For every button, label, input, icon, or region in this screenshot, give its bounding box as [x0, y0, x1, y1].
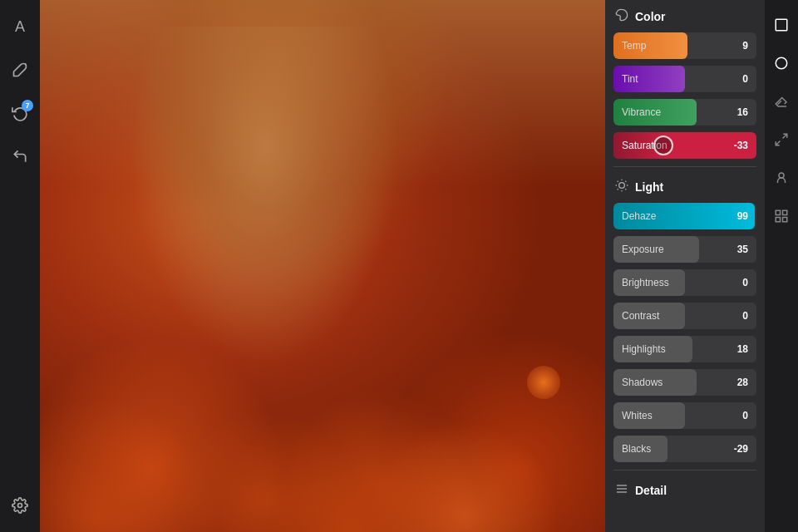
- brightness-value: 0: [742, 277, 748, 288]
- shadows-slider-row[interactable]: Shadows 28: [605, 367, 765, 398]
- divider-1: [613, 166, 756, 167]
- undo-tool[interactable]: [7, 143, 33, 170]
- saturation-slider-row[interactable]: Saturation -33: [605, 130, 765, 161]
- svg-point-14: [776, 57, 787, 69]
- face-retouch-icon[interactable]: [770, 166, 793, 190]
- brush-tool[interactable]: [7, 57, 33, 83]
- right-toolbar: [765, 0, 798, 532]
- svg-rect-20: [783, 210, 787, 214]
- left-toolbar: A 7: [0, 0, 40, 532]
- svg-point-1: [619, 183, 625, 189]
- brightness-label: Brightness: [622, 277, 669, 288]
- highlights-value: 18: [737, 343, 748, 355]
- text-tool[interactable]: A: [7, 13, 33, 40]
- svg-line-9: [625, 181, 626, 182]
- svg-rect-19: [776, 210, 780, 214]
- history-tool[interactable]: 7: [7, 100, 33, 126]
- svg-rect-13: [776, 19, 787, 31]
- highlights-label: Highlights: [622, 343, 666, 355]
- dehaze-value: 99: [737, 210, 748, 222]
- svg-line-4: [618, 181, 618, 182]
- temp-slider-row[interactable]: Temp 9: [605, 30, 765, 62]
- whites-value: 0: [742, 410, 748, 421]
- svg-line-5: [625, 189, 626, 190]
- tint-slider-row[interactable]: Tint 0: [605, 63, 765, 95]
- adjustment-panel: Color Temp 9 Tint 0 Vibrance 16 Saturati…: [605, 0, 765, 532]
- detail-section-header[interactable]: Detail: [605, 474, 765, 504]
- divider-2: [613, 470, 756, 470]
- dehaze-slider-row[interactable]: Dehaze 99: [605, 200, 765, 232]
- contrast-label: Contrast: [622, 310, 659, 322]
- vibrance-slider-row[interactable]: Vibrance 16: [605, 96, 765, 128]
- light-section-header: Light: [605, 170, 765, 200]
- contrast-value: 0: [742, 310, 748, 322]
- exposure-label: Exposure: [622, 244, 664, 255]
- light-label: Light: [635, 180, 663, 194]
- temp-value: 9: [742, 40, 748, 52]
- svg-line-16: [783, 134, 787, 138]
- vibrance-label: Vibrance: [622, 106, 661, 118]
- settings-tool[interactable]: [7, 492, 33, 519]
- svg-point-0: [18, 504, 22, 508]
- contrast-slider-row[interactable]: Contrast 0: [605, 300, 765, 332]
- svg-rect-21: [776, 218, 780, 222]
- saturation-value: -33: [734, 140, 748, 151]
- color-label: Color: [635, 10, 666, 23]
- mask-icon[interactable]: [770, 52, 793, 75]
- blacks-value: -29: [734, 443, 748, 455]
- exposure-slider-row[interactable]: Exposure 35: [605, 234, 765, 265]
- whites-label: Whites: [622, 410, 653, 421]
- vibrance-value: 16: [737, 106, 748, 118]
- transform-icon[interactable]: [770, 128, 793, 151]
- blacks-label: Blacks: [622, 443, 651, 455]
- detail-label: Detail: [635, 484, 667, 497]
- grid-icon[interactable]: [770, 204, 793, 228]
- highlights-slider-row[interactable]: Highlights 18: [605, 333, 765, 365]
- color-section-header: Color: [605, 0, 765, 30]
- svg-point-18: [779, 173, 784, 178]
- saturation-cursor: [653, 135, 673, 155]
- temp-label: Temp: [622, 40, 646, 52]
- detail-icon: [615, 482, 628, 499]
- dehaze-label: Dehaze: [622, 210, 656, 222]
- shadows-value: 28: [737, 377, 748, 388]
- svg-rect-22: [783, 218, 787, 222]
- light-icon: [615, 179, 628, 195]
- shadows-label: Shadows: [622, 377, 663, 388]
- svg-line-17: [776, 141, 780, 145]
- exposure-value: 35: [737, 244, 748, 255]
- brightness-slider-row[interactable]: Brightness 0: [605, 267, 765, 298]
- crop-icon[interactable]: [770, 13, 793, 37]
- photo-canvas[interactable]: [40, 0, 605, 532]
- tint-value: 0: [742, 73, 748, 85]
- whites-slider-row[interactable]: Whites 0: [605, 400, 765, 431]
- svg-line-8: [618, 189, 618, 190]
- blacks-slider-row[interactable]: Blacks -29: [605, 433, 765, 465]
- tint-label: Tint: [622, 73, 638, 85]
- color-icon: [615, 8, 628, 25]
- eraser-icon[interactable]: [770, 90, 793, 113]
